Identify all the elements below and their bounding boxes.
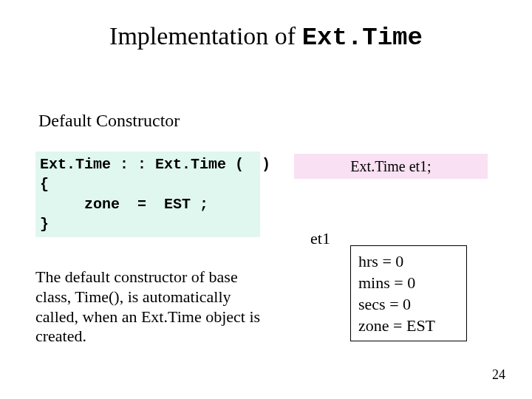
explanation-text: The default constructor of base class, T… (35, 267, 266, 347)
code-line: zone = EST ; (40, 194, 256, 214)
code-block: Ext.Time : : Ext.Time ( ) { zone = EST ;… (35, 151, 260, 237)
slide-title: Implementation of Ext.Time (0, 22, 532, 52)
object-field: secs = 0 (358, 293, 459, 315)
object-field: hrs = 0 (358, 250, 459, 272)
declaration-text: Ext.Time et1; (350, 158, 431, 175)
declaration-box: Ext.Time et1; (294, 154, 488, 179)
section-heading: Default Constructor (38, 111, 180, 131)
title-code: Ext.Time (302, 24, 423, 52)
code-line: Ext.Time : : Ext.Time ( ) (40, 154, 256, 174)
slide: Implementation of Ext.Time Default Const… (0, 0, 532, 399)
code-line: { (40, 174, 256, 194)
object-label: et1 (310, 229, 330, 248)
code-line: } (40, 214, 256, 234)
page-number: 24 (492, 367, 505, 383)
object-state-box: hrs = 0 mins = 0 secs = 0 zone = EST (350, 245, 467, 341)
object-field: mins = 0 (358, 272, 459, 293)
object-field: zone = EST (358, 315, 459, 336)
title-text: Implementation of (109, 22, 302, 50)
